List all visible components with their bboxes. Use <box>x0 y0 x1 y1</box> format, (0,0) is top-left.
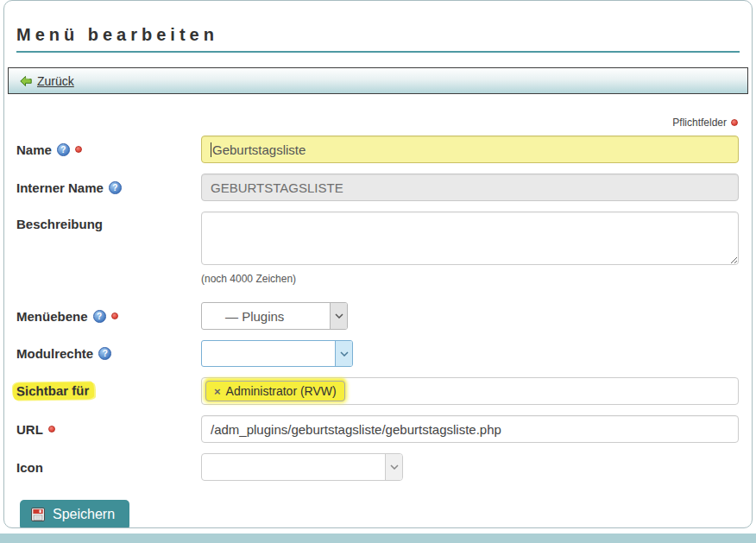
name-input-value: Geburtstagsliste <box>212 142 306 157</box>
module-rights-select[interactable] <box>201 340 353 367</box>
characters-remaining-counter: (noch 4000 Zeichen) <box>201 273 739 285</box>
main-panel: Menü bearbeiten Zurück Pflichtfelder Nam… <box>3 0 753 528</box>
icon-select[interactable] <box>201 453 403 481</box>
floppy-disk-icon <box>31 508 45 521</box>
module-rights-selected-value <box>202 341 335 366</box>
required-marker-icon <box>731 119 738 126</box>
required-fields-note: Pflichtfelder <box>16 117 738 129</box>
required-icon <box>75 146 82 153</box>
name-label-group: Name ? <box>16 142 201 157</box>
back-arrow-icon <box>19 74 33 88</box>
back-link-label: Zurück <box>37 74 74 88</box>
description-textarea[interactable] <box>201 212 739 265</box>
icon-label-group: Icon <box>16 460 201 475</box>
save-button-label: Speichern <box>53 507 115 522</box>
name-label: Name <box>16 142 52 157</box>
back-link[interactable]: Zurück <box>19 74 74 88</box>
url-input[interactable] <box>201 415 739 443</box>
chevron-down-icon <box>330 303 347 329</box>
visible-for-label-group: Sichtbar für <box>16 382 201 400</box>
page-title: Menü bearbeiten <box>16 25 740 53</box>
help-icon[interactable]: ? <box>57 143 70 156</box>
remove-tag-icon[interactable]: × <box>214 386 221 397</box>
description-label-group: Beschreibung <box>16 217 201 231</box>
edit-menu-form: Pflichtfelder Name ? Geburtstagsliste In… <box>4 117 752 528</box>
form-row-description: Beschreibung (noch 4000 Zeichen) <box>16 212 740 302</box>
internal-name-label: Interner Name <box>16 180 104 195</box>
menu-level-select[interactable]: — Plugins <box>201 302 348 330</box>
visible-for-multiselect[interactable]: × Administrator (RVW) <box>201 377 739 405</box>
name-input[interactable]: Geburtstagsliste <box>201 136 739 163</box>
description-label: Beschreibung <box>16 217 103 231</box>
page-background-band <box>0 534 756 543</box>
form-row-module-rights: Modulrechte ? <box>16 340 740 367</box>
required-icon <box>48 426 55 433</box>
toolbar: Zurück <box>8 67 748 94</box>
url-label-group: URL <box>16 422 201 437</box>
form-row-name: Name ? Geburtstagsliste <box>16 136 740 163</box>
module-rights-label: Modulrechte <box>16 346 93 361</box>
form-row-url: URL <box>16 415 740 443</box>
icon-selected-value <box>202 454 385 480</box>
icon-label: Icon <box>16 460 43 475</box>
internal-name-label-group: Interner Name ? <box>16 180 201 195</box>
text-cursor <box>211 142 211 157</box>
form-row-menu-level: Menüebene ? — Plugins <box>16 302 740 330</box>
url-label: URL <box>16 422 43 437</box>
menu-level-label-group: Menüebene ? <box>16 309 201 324</box>
help-icon[interactable]: ? <box>93 310 106 323</box>
menu-level-selected-value: — Plugins <box>202 303 330 329</box>
selected-role-tag: × Administrator (RVW) <box>205 381 345 401</box>
form-row-icon: Icon <box>16 453 740 481</box>
required-fields-label: Pflichtfelder <box>672 117 727 129</box>
form-row-internal-name: Interner Name ? <box>16 174 740 201</box>
internal-name-input <box>201 174 739 201</box>
chevron-down-icon <box>385 454 402 480</box>
module-rights-label-group: Modulrechte ? <box>16 346 201 361</box>
description-field-group: (noch 4000 Zeichen) <box>201 212 739 302</box>
save-button[interactable]: Speichern <box>20 500 129 528</box>
help-icon[interactable]: ? <box>109 181 122 194</box>
chevron-down-icon <box>335 341 352 366</box>
form-row-visible-for: Sichtbar für × Administrator (RVW) <box>16 377 740 405</box>
required-icon <box>111 313 118 319</box>
selected-role-tag-label: Administrator (RVW) <box>226 384 337 398</box>
menu-level-label: Menüebene <box>16 309 88 324</box>
visible-for-label: Sichtbar für <box>13 382 94 401</box>
help-icon[interactable]: ? <box>98 347 111 360</box>
